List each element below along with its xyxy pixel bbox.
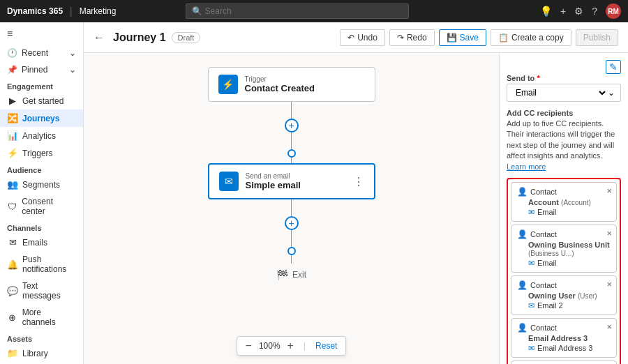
publish-button[interactable]: Publish xyxy=(576,29,618,46)
sidebar-item-push[interactable]: 🔔 Push notifications xyxy=(0,251,83,278)
sidebar-item-get-started[interactable]: ▶ Get started xyxy=(0,92,83,109)
lightbulb-icon[interactable]: 💡 xyxy=(540,6,552,17)
more-icon: ⊕ xyxy=(7,312,18,323)
zoom-out-button[interactable]: − xyxy=(244,340,253,352)
save-icon: 💾 xyxy=(447,33,457,43)
add-cc-description: Add up to five CC recipients. Their inte… xyxy=(507,119,621,172)
settings-icon[interactable]: ⚙ xyxy=(574,6,583,17)
remove-cc-3-button[interactable]: × xyxy=(606,280,612,289)
assets-section-label: Assets xyxy=(0,331,83,344)
connector-circle-2 xyxy=(287,247,296,255)
search-bar[interactable]: 🔍 xyxy=(186,3,409,19)
email-icon-1: ✉ xyxy=(528,208,534,217)
exit-flag-icon: 🏁 xyxy=(276,269,288,280)
email-icon-3: ✉ xyxy=(528,301,534,310)
email-node[interactable]: ✉ Send an email Simple email ⋮ xyxy=(208,163,375,199)
module-name: Marketing xyxy=(80,6,117,16)
panel-edit-button[interactable]: ✎ xyxy=(606,60,621,74)
trigger-node-icon: ⚡ xyxy=(218,75,238,94)
page-title: Journey 1 xyxy=(113,31,166,44)
undo-button[interactable]: ↶ Undo xyxy=(340,29,385,46)
undo-icon: ↶ xyxy=(347,33,354,43)
remove-cc-4-button[interactable]: × xyxy=(606,322,612,331)
trigger-node[interactable]: ⚡ Trigger Contact Created xyxy=(208,67,375,102)
node-options-button[interactable]: ⋮ xyxy=(353,175,364,188)
connector-line-6 xyxy=(291,255,292,264)
create-copy-button[interactable]: 📋 Create a copy xyxy=(491,29,571,46)
sidebar-item-segments[interactable]: 👥 Segments xyxy=(0,176,83,193)
sidebar-item-consent[interactable]: 🛡 Consent center xyxy=(0,193,83,220)
learn-more-link[interactable]: Learn more xyxy=(507,162,546,171)
consent-icon: 🛡 xyxy=(7,202,17,212)
pin-icon: 📌 xyxy=(7,65,17,75)
sidebar-item-library[interactable]: 📁 Library xyxy=(0,344,83,362)
sidebar-item-analytics[interactable]: 📊 Analytics xyxy=(0,127,83,144)
search-input[interactable] xyxy=(205,6,403,16)
analytics-icon: 📊 xyxy=(7,130,18,141)
play-icon: ▶ xyxy=(7,96,18,106)
header-actions: ↶ Undo ↷ Redo 💾 Save 📋 Create a copy Pub… xyxy=(340,29,618,46)
zoom-in-button[interactable]: + xyxy=(286,340,295,352)
cc-recipient-3: 👤 Contact × Owning User (User) ✉ Email 2 xyxy=(511,275,617,315)
add-step-button-1[interactable]: + xyxy=(285,119,299,132)
top-nav: Dynamics 365 | Marketing 🔍 💡 + ⚙ ? RM xyxy=(0,0,628,22)
library-icon: 📁 xyxy=(7,348,18,358)
connector-line-5 xyxy=(291,230,292,247)
person-icon-2: 👤 xyxy=(517,229,528,239)
audience-section-label: Audience xyxy=(0,162,83,176)
chevron-down-icon: ⌄ xyxy=(69,48,76,58)
sidebar-recent-label: Recent xyxy=(22,48,48,58)
select-chevron-icon: ⌄ xyxy=(608,88,615,98)
cc-recipients-group: 👤 Contact × Account (Account) ✉ Email xyxy=(507,178,621,364)
sidebar-hamburger[interactable]: ≡ xyxy=(0,22,83,45)
remove-cc-1-button[interactable]: × xyxy=(606,186,612,195)
sidebar-item-recent[interactable]: 🕐 Recent ⌄ xyxy=(0,45,83,61)
zoom-level: 100% xyxy=(259,341,281,351)
sidebar-item-emails[interactable]: ✉ Emails xyxy=(0,234,83,251)
exit-label: 🏁 Exit xyxy=(276,269,306,280)
connector-circle-1 xyxy=(287,149,296,158)
push-icon: 🔔 xyxy=(7,259,18,270)
content-area: ← Journey 1 Draft ↶ Undo ↷ Redo 💾 Save � xyxy=(84,22,628,364)
trigger-node-label: Trigger xyxy=(245,75,365,83)
redo-button[interactable]: ↷ Redo xyxy=(389,29,435,46)
trigger-node-title: Contact Created xyxy=(245,83,365,93)
journeys-icon: 🔀 xyxy=(7,113,18,123)
channels-section-label: Channels xyxy=(0,220,83,234)
sidebar-pinned-label: Pinned xyxy=(22,65,47,75)
save-button[interactable]: 💾 Save xyxy=(439,29,486,46)
email-icon-2: ✉ xyxy=(528,259,534,268)
sidebar-item-journeys[interactable]: 🔀 Journeys xyxy=(0,109,83,127)
cc-recipient-1: 👤 Contact × Account (Account) ✉ Email xyxy=(511,182,617,222)
reset-button[interactable]: Reset xyxy=(314,341,338,351)
main-layout: ≡ 🕐 Recent ⌄ 📌 Pinned ⌄ Engagement ▶ Get… xyxy=(0,22,628,364)
help-icon[interactable]: ? xyxy=(592,6,597,17)
search-icon: 🔍 xyxy=(192,6,202,16)
copy-icon: 📋 xyxy=(498,33,509,43)
recent-icon: 🕐 xyxy=(7,48,17,58)
person-icon-3: 👤 xyxy=(517,280,528,290)
sidebar-item-more[interactable]: ⊕ More channels xyxy=(0,304,83,331)
sidebar-item-triggers[interactable]: ⚡ Triggers xyxy=(0,144,83,162)
sidebar-item-text[interactable]: 💬 Text messages xyxy=(0,278,83,304)
cc-recipient-5: 👤 Contact × Originating Lead (Lead) ✉ Em… xyxy=(511,361,617,364)
add-step-button-2[interactable]: + xyxy=(285,216,299,230)
engagement-section-label: Engagement xyxy=(0,78,83,92)
sidebar-item-pinned[interactable]: 📌 Pinned ⌄ xyxy=(0,61,83,78)
hamburger-icon: ≡ xyxy=(7,28,13,39)
send-to-select-wrapper[interactable]: Email ⌄ xyxy=(507,84,621,102)
send-to-select[interactable]: Email xyxy=(513,87,608,98)
segments-icon: 👥 xyxy=(7,179,18,190)
sidebar: ≡ 🕐 Recent ⌄ 📌 Pinned ⌄ Engagement ▶ Get… xyxy=(0,22,84,364)
send-to-label: Send to * xyxy=(507,74,621,82)
back-button[interactable]: ← xyxy=(94,31,105,44)
user-avatar[interactable]: RM xyxy=(606,3,621,19)
remove-cc-2-button[interactable]: × xyxy=(606,229,612,238)
canvas-toolbar: − 100% + | Reset xyxy=(237,336,347,356)
redo-icon: ↷ xyxy=(397,33,404,43)
connector-line-2 xyxy=(291,132,292,149)
connector-line-4 xyxy=(291,199,292,216)
plus-icon[interactable]: + xyxy=(560,6,566,17)
email-node-title: Simple email xyxy=(246,180,346,190)
text-icon: 💬 xyxy=(7,286,18,296)
